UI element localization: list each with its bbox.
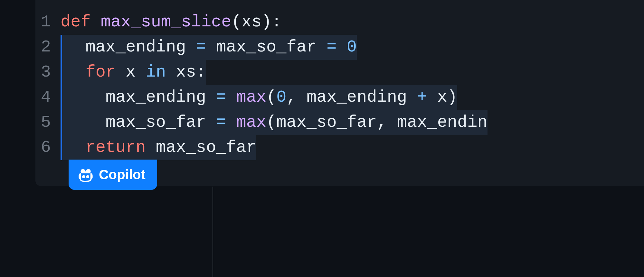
token: 0 xyxy=(276,88,286,107)
token: max_endin xyxy=(387,113,488,132)
token: + xyxy=(417,88,427,107)
token: max_so_far xyxy=(65,113,216,132)
token: x xyxy=(116,63,146,82)
token: def xyxy=(61,13,101,32)
token: xs xyxy=(242,13,261,32)
svg-point-1 xyxy=(87,176,89,178)
token: return xyxy=(85,138,146,157)
token: = xyxy=(216,88,226,107)
code-tokens: return max_so_far xyxy=(62,135,256,160)
token: max xyxy=(236,113,267,132)
token: max_so_far xyxy=(276,113,377,132)
line-number: 5 xyxy=(35,110,61,135)
token: max xyxy=(236,88,267,107)
token: x xyxy=(427,88,447,107)
token: for xyxy=(85,63,116,82)
code-line[interactable]: 6 return max_so_far xyxy=(35,135,644,160)
token: max_ending xyxy=(65,38,196,57)
vertical-divider xyxy=(213,187,213,277)
token: , xyxy=(287,88,297,107)
token xyxy=(226,88,236,107)
copilot-button[interactable]: Copilot xyxy=(69,160,157,190)
code-tokens: def max_sum_slice(xs): xyxy=(61,13,282,32)
token: in xyxy=(146,63,166,82)
code-line[interactable]: 1def max_sum_slice(xs): xyxy=(35,10,644,35)
token xyxy=(65,63,85,82)
code-tokens: for x in xs: xyxy=(62,60,206,85)
code-line[interactable]: 2 max_ending = max_so_far = 0 xyxy=(35,35,644,60)
token: ( xyxy=(232,13,242,32)
line-number: 2 xyxy=(35,35,61,60)
suggestion-indicator xyxy=(61,135,62,160)
line-number: 6 xyxy=(35,135,61,160)
token: 0 xyxy=(347,38,357,57)
suggestion-indicator xyxy=(61,110,62,135)
token: = xyxy=(196,38,206,57)
svg-point-0 xyxy=(83,176,85,178)
token: max_so_far xyxy=(206,38,327,57)
token: : xyxy=(196,63,206,82)
code-content[interactable]: def max_sum_slice(xs): xyxy=(61,10,644,35)
suggestion-indicator xyxy=(61,85,62,110)
token: = xyxy=(327,38,336,57)
line-number: 1 xyxy=(35,10,61,35)
token xyxy=(337,38,347,57)
code-line[interactable]: 4 max_ending = max(0, max_ending + x) xyxy=(35,85,644,110)
code-tokens: max_so_far = max(max_so_far, max_endin xyxy=(62,110,488,135)
token: ( xyxy=(266,113,276,132)
line-number: 3 xyxy=(35,60,61,85)
code-line[interactable]: 3 for x in xs: xyxy=(35,60,644,85)
token xyxy=(65,138,85,157)
token xyxy=(226,113,236,132)
token: , xyxy=(377,113,387,132)
code-content[interactable]: max_so_far = max(max_so_far, max_endin xyxy=(61,110,644,135)
token: xs xyxy=(166,63,196,82)
code-content[interactable]: for x in xs: xyxy=(61,60,644,85)
code-tokens: max_ending = max(0, max_ending + x) xyxy=(62,85,457,110)
code-editor[interactable]: 1def max_sum_slice(xs):2 max_ending = ma… xyxy=(35,0,644,186)
token: max_ending xyxy=(65,88,216,107)
line-number: 4 xyxy=(35,85,61,110)
token: max_so_far xyxy=(146,138,256,157)
copilot-label: Copilot xyxy=(99,167,146,182)
copilot-icon xyxy=(78,167,94,183)
code-content[interactable]: max_ending = max_so_far = 0 xyxy=(61,35,644,60)
suggestion-indicator xyxy=(61,60,62,85)
code-line[interactable]: 5 max_so_far = max(max_so_far, max_endin xyxy=(35,110,644,135)
code-tokens: max_ending = max_so_far = 0 xyxy=(62,35,357,60)
token: max_ending xyxy=(297,88,417,107)
suggestion-indicator xyxy=(61,35,62,60)
token: max_sum_slice xyxy=(101,13,232,32)
token: ) xyxy=(447,88,457,107)
code-content[interactable]: return max_so_far xyxy=(61,135,644,160)
token: ): xyxy=(261,13,281,32)
token: = xyxy=(216,113,226,132)
code-content[interactable]: max_ending = max(0, max_ending + x) xyxy=(61,85,644,110)
token: ( xyxy=(266,88,276,107)
